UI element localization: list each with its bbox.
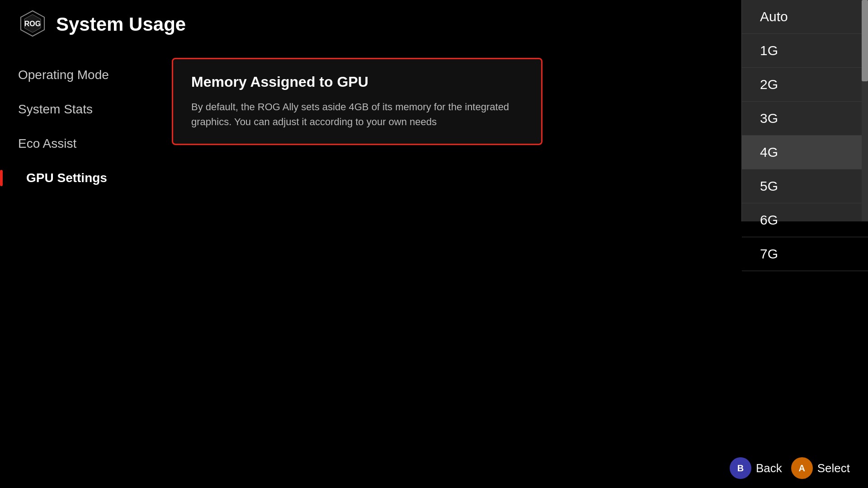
dropdown-option-auto[interactable]: Auto bbox=[742, 0, 868, 34]
dropdown-option-2g[interactable]: 2G bbox=[742, 68, 868, 102]
gpu-memory-card: Memory Assigned to GPU By default, the R… bbox=[172, 58, 542, 145]
back-label: Back bbox=[756, 461, 782, 475]
dropdown-option-6g[interactable]: 6G bbox=[742, 203, 868, 237]
back-hint: B Back bbox=[730, 457, 782, 479]
sidebar-item-eco-assist[interactable]: Eco Assist bbox=[0, 127, 154, 161]
rog-logo: ROG bbox=[18, 9, 47, 40]
dropdown-option-1g[interactable]: 1G bbox=[742, 34, 868, 68]
svg-text:ROG: ROG bbox=[24, 20, 41, 28]
sidebar-item-system-stats[interactable]: System Stats bbox=[0, 92, 154, 127]
memory-dropdown: Auto 1G 2G 3G 4G 5G 6G 7G bbox=[741, 0, 868, 221]
sidebar-label-gpu-settings: GPU Settings bbox=[26, 171, 107, 185]
card-description: By default, the ROG Ally sets aside 4GB … bbox=[191, 99, 523, 129]
main-layout: Operating Mode System Stats Eco Assist G… bbox=[0, 49, 868, 488]
dropdown-option-5g[interactable]: 5G bbox=[742, 169, 868, 203]
sidebar: Operating Mode System Stats Eco Assist G… bbox=[0, 49, 154, 488]
b-button[interactable]: B bbox=[730, 457, 751, 479]
sidebar-item-operating-mode[interactable]: Operating Mode bbox=[0, 58, 154, 92]
a-button[interactable]: A bbox=[791, 457, 813, 479]
select-hint: A Select bbox=[791, 457, 850, 479]
app-header: ROG System Usage 📶 98% 🔋 bbox=[0, 0, 868, 49]
bottom-bar: B Back A Select bbox=[712, 448, 868, 488]
scrollbar[interactable] bbox=[862, 0, 868, 221]
sidebar-label-eco-assist: Eco Assist bbox=[18, 136, 76, 151]
sidebar-item-gpu-settings[interactable]: GPU Settings bbox=[0, 161, 154, 195]
page-title: System Usage bbox=[56, 14, 186, 35]
card-title: Memory Assigned to GPU bbox=[191, 74, 523, 90]
sidebar-label-system-stats: System Stats bbox=[18, 102, 93, 117]
dropdown-option-4g[interactable]: 4G bbox=[742, 136, 868, 169]
dropdown-option-7g[interactable]: 7G bbox=[742, 237, 868, 271]
sidebar-label-operating-mode: Operating Mode bbox=[18, 68, 109, 82]
select-label: Select bbox=[817, 461, 850, 475]
active-indicator bbox=[0, 170, 3, 186]
scrollbar-thumb bbox=[862, 0, 868, 81]
dropdown-option-3g[interactable]: 3G bbox=[742, 102, 868, 136]
